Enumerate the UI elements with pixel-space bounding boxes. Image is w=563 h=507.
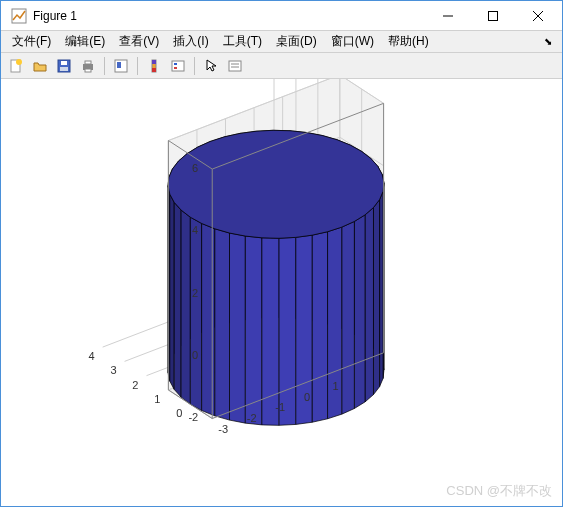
datacursor-icon[interactable] bbox=[110, 55, 132, 77]
svg-rect-18 bbox=[172, 61, 184, 71]
toolbar bbox=[1, 53, 562, 79]
svg-text:1: 1 bbox=[154, 393, 160, 405]
axes-3d: -20246-3-2-10101234 bbox=[1, 79, 562, 506]
svg-text:-2: -2 bbox=[188, 411, 198, 423]
svg-text:-3: -3 bbox=[218, 423, 228, 435]
svg-marker-85 bbox=[354, 215, 365, 409]
svg-marker-86 bbox=[190, 217, 201, 410]
svg-rect-17 bbox=[152, 68, 156, 72]
minimize-button[interactable] bbox=[425, 1, 470, 30]
svg-marker-80 bbox=[170, 194, 174, 389]
svg-rect-12 bbox=[85, 69, 91, 72]
svg-marker-90 bbox=[215, 229, 230, 420]
svg-marker-82 bbox=[174, 202, 181, 397]
window-titlebar: Figure 1 bbox=[1, 1, 562, 31]
svg-marker-92 bbox=[230, 233, 246, 423]
watermark: CSDN @不牌不改 bbox=[446, 482, 552, 500]
svg-rect-14 bbox=[117, 62, 121, 68]
svg-text:3: 3 bbox=[110, 364, 116, 376]
svg-marker-95 bbox=[279, 237, 296, 425]
svg-marker-91 bbox=[312, 232, 327, 423]
toolbar-separator bbox=[104, 57, 105, 75]
svg-text:0: 0 bbox=[176, 407, 182, 419]
plot-area[interactable]: -20246-3-2-10101234 CSDN @不牌不改 bbox=[1, 79, 562, 506]
print-icon[interactable] bbox=[77, 55, 99, 77]
svg-text:2: 2 bbox=[132, 379, 138, 391]
svg-text:0: 0 bbox=[304, 391, 310, 403]
svg-marker-81 bbox=[373, 200, 379, 395]
svg-rect-8 bbox=[61, 61, 67, 65]
close-button[interactable] bbox=[515, 1, 560, 30]
menu-file[interactable]: 文件(F) bbox=[5, 31, 58, 52]
window-controls bbox=[425, 1, 560, 30]
svg-text:6: 6 bbox=[192, 162, 198, 174]
svg-rect-2 bbox=[488, 11, 497, 20]
svg-marker-84 bbox=[181, 210, 190, 404]
menubar: 文件(F) 编辑(E) 查看(V) 插入(I) 工具(T) 桌面(D) 窗口(W… bbox=[1, 31, 562, 53]
menu-desktop[interactable]: 桌面(D) bbox=[269, 31, 324, 52]
new-figure-icon[interactable] bbox=[5, 55, 27, 77]
svg-rect-16 bbox=[152, 60, 156, 64]
toolbar-separator bbox=[194, 57, 195, 75]
menu-help[interactable]: 帮助(H) bbox=[381, 31, 436, 52]
svg-rect-21 bbox=[229, 61, 241, 71]
open-icon[interactable] bbox=[29, 55, 51, 77]
menu-dropdown-arrow[interactable]: ⬊ bbox=[538, 36, 558, 47]
menu-insert[interactable]: 插入(I) bbox=[166, 31, 215, 52]
colorbar-icon[interactable] bbox=[143, 55, 165, 77]
svg-marker-79 bbox=[380, 191, 384, 386]
menu-window[interactable]: 窗口(W) bbox=[324, 31, 381, 52]
svg-rect-9 bbox=[60, 67, 68, 71]
svg-rect-11 bbox=[85, 61, 91, 64]
save-icon[interactable] bbox=[53, 55, 75, 77]
toolbar-separator bbox=[137, 57, 138, 75]
svg-marker-88 bbox=[202, 223, 215, 415]
legend-icon[interactable] bbox=[167, 55, 189, 77]
svg-marker-83 bbox=[365, 208, 373, 402]
maximize-button[interactable] bbox=[470, 1, 515, 30]
svg-point-6 bbox=[16, 59, 22, 65]
svg-text:1: 1 bbox=[332, 380, 338, 392]
menu-edit[interactable]: 编辑(E) bbox=[58, 31, 112, 52]
svg-text:-2: -2 bbox=[247, 412, 257, 424]
window-title: Figure 1 bbox=[33, 9, 425, 23]
app-icon bbox=[11, 8, 27, 24]
edit-plot-icon[interactable] bbox=[224, 55, 246, 77]
svg-marker-96 bbox=[262, 238, 279, 426]
svg-marker-94 bbox=[245, 236, 262, 425]
svg-marker-97 bbox=[168, 130, 384, 238]
menu-tools[interactable]: 工具(T) bbox=[216, 31, 269, 52]
svg-text:0: 0 bbox=[192, 349, 198, 361]
svg-text:4: 4 bbox=[89, 350, 95, 362]
svg-marker-87 bbox=[342, 221, 355, 414]
pointer-icon[interactable] bbox=[200, 55, 222, 77]
svg-text:-1: -1 bbox=[275, 401, 285, 413]
svg-text:2: 2 bbox=[192, 287, 198, 299]
svg-text:4: 4 bbox=[192, 224, 198, 236]
menu-view[interactable]: 查看(V) bbox=[112, 31, 166, 52]
